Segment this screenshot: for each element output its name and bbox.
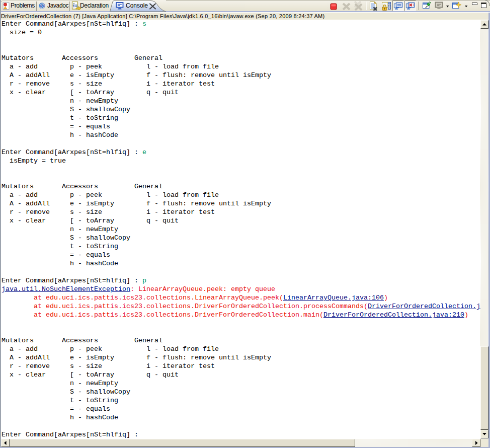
svg-text:@: @ (39, 3, 45, 9)
